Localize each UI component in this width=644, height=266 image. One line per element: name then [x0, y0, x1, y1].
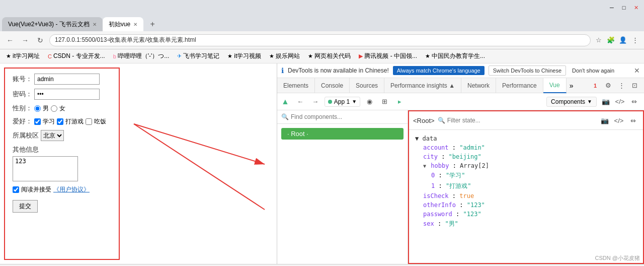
state-filter-input[interactable] [447, 117, 596, 124]
components-button[interactable]: Components ▼ [546, 97, 597, 107]
undock-icon[interactable]: ⊡ [629, 80, 640, 91]
tab-elements-label: Elements [283, 82, 308, 89]
minimize-button[interactable]: ─ [608, 4, 616, 12]
main-area: 账号： 密码： 性别： 男 女 爱好： 学习 打游戏 吃饭 所属校区 北京 [0, 63, 644, 264]
vue-grid-icon[interactable]: ⊞ [378, 96, 390, 108]
new-tab-button[interactable]: + [145, 17, 159, 31]
tab-initial-vue[interactable]: 初始vue ✕ [103, 17, 143, 31]
url-bar[interactable]: 127.0.0.1:5500/013-收集表单元素/收集表单元素.html [49, 34, 591, 46]
account-label: 账号： [13, 75, 32, 84]
tab-vue-docs[interactable]: Vue(Vue2+Vue3) - 飞书云文档 ✕ [2, 17, 103, 31]
components-chevron-icon: ▼ [587, 99, 592, 104]
gender-female-radio[interactable] [51, 105, 57, 112]
menu-icon[interactable]: ⋮ [630, 35, 640, 45]
bottom-bar: Console What's New × Issues [0, 264, 644, 266]
back-vue-button[interactable]: ← [294, 96, 306, 108]
more-tabs-button[interactable]: » [567, 82, 577, 90]
bookmark-it-video[interactable]: ★ it学习视频 [225, 51, 263, 61]
state-key-account: account [423, 144, 449, 151]
switch-devtools-button[interactable]: Switch DevTools to Chinese [489, 65, 566, 76]
password-row: 密码： [13, 89, 111, 100]
state-colon-password: : [456, 211, 463, 218]
settings-icon[interactable]: ⚙ [603, 80, 614, 91]
dont-show-again-button[interactable]: Don't show again [572, 68, 614, 74]
agreement-checkbox[interactable] [13, 186, 19, 193]
bookmark-feishu[interactable]: ✈ 飞书学习笔记 [175, 51, 221, 61]
vue-arrow-icon[interactable]: ▸ [393, 96, 406, 108]
extension-puzzle-icon[interactable]: 🧩 [606, 35, 616, 45]
bookmark-entertainment[interactable]: ★ 娱乐网站 [267, 51, 302, 61]
password-input[interactable] [34, 89, 100, 100]
more-options-icon[interactable]: ⋮ [616, 80, 627, 91]
gender-male-radio[interactable] [34, 105, 41, 112]
state-screenshot-icon[interactable]: 📷 [599, 114, 611, 126]
tab-initial-vue-label: 初始vue [109, 20, 130, 29]
state-code-icon[interactable]: </> [613, 114, 625, 126]
user-agreement-link[interactable]: 《用户协议》 [53, 185, 90, 194]
hobby-collapse-icon[interactable]: ▼ [423, 163, 426, 169]
bookmark-web-code[interactable]: ★ 网页相关代码 [306, 51, 353, 61]
hobby-study-checkbox[interactable] [34, 118, 41, 125]
hobby-game-checkbox[interactable] [57, 118, 63, 125]
tab-performance-insights[interactable]: Performance insights ▲ [384, 78, 461, 93]
state-colon-otherinfo: : [459, 202, 466, 209]
state-expand-icon[interactable]: ⇔ [627, 114, 639, 126]
component-search-input[interactable] [291, 113, 404, 120]
state-row-hobby-0: 0 : "学习" [415, 170, 637, 181]
search-box: 🔍 [277, 110, 408, 124]
app-dot-icon [328, 100, 332, 104]
maximize-button[interactable]: □ [620, 4, 628, 12]
close-button[interactable]: ✕ [632, 4, 640, 12]
devtools-tabs: Elements Console Sources Performance ins… [277, 78, 644, 93]
filter-search-icon: 🔍 [438, 117, 445, 124]
tab-performance[interactable]: Performance [496, 78, 543, 93]
notification-close-icon[interactable]: ✕ [634, 66, 640, 75]
reload-button[interactable]: ↻ [34, 34, 46, 46]
state-content: ▼ data account : "admin" city : "beijing… [409, 130, 643, 263]
bookmark-csdn[interactable]: C CSDN - 专业开发... [46, 51, 107, 61]
bookmark-bilibili[interactable]: b 哔哩哔哩（'-'）つ... [111, 51, 172, 61]
vue-nav-icon[interactable]: ◉ [363, 96, 375, 108]
app-chevron-icon: ▼ [352, 99, 357, 104]
tab-performance-insights-label: Performance insights ▲ [390, 82, 455, 89]
expand-icon[interactable]: ⇔ [628, 96, 640, 108]
forward-vue-button[interactable]: → [309, 96, 321, 108]
bookmark-education[interactable]: ★ 中国民办教育学生... [423, 51, 487, 61]
share-icon[interactable]: </> [614, 96, 626, 108]
tab-console[interactable]: Console [315, 78, 350, 93]
root-component-label: <Root> [413, 117, 435, 124]
url-text: 127.0.0.1:5500/013-收集表单元素/收集表单元素.html [55, 36, 196, 44]
tab-network[interactable]: Network [461, 78, 496, 93]
bookmark-tencent-video[interactable]: ▶ 腾讯视频 - 中国领... [357, 51, 419, 61]
back-button[interactable]: ← [4, 34, 16, 46]
tab-elements[interactable]: Elements [277, 78, 315, 93]
state-value-account: "admin" [459, 144, 485, 151]
tree-root-item[interactable]: · Root · [281, 128, 404, 140]
state-row-account: account : "admin" [415, 143, 637, 152]
nav-icons: ☆ 🧩 👤 ⋮ [594, 35, 640, 45]
devtools-panel: ℹ DevTools is now available in Chinese! … [277, 63, 644, 264]
app-indicator[interactable]: App 1 ▼ [325, 97, 360, 107]
screenshot-icon[interactable]: 📷 [600, 96, 612, 108]
bookmark-star-icon[interactable]: ☆ [594, 35, 604, 45]
title-bar: ─ □ ✕ [0, 0, 644, 15]
other-textarea[interactable]: 123 [13, 156, 78, 181]
hobby-eat-checkbox[interactable] [86, 118, 92, 125]
always-match-button[interactable]: Always match Chrome's language [393, 66, 485, 75]
state-value-sex: "男" [445, 220, 458, 227]
forward-button[interactable]: → [19, 34, 31, 46]
bookmark-feishu-label: 飞书学习笔记 [183, 52, 219, 60]
gender-male-label: 男 [43, 104, 49, 113]
profile-icon[interactable]: 👤 [618, 35, 628, 45]
bookmark-it-study[interactable]: ★ it学习网址 [4, 51, 42, 61]
bookmark-entertainment-label: 娱乐网站 [276, 52, 300, 60]
tab-vue[interactable]: Vue [543, 78, 567, 93]
bookmark-education-icon: ★ [425, 53, 430, 59]
account-input[interactable] [34, 74, 100, 85]
tab-vue-docs-close[interactable]: ✕ [93, 22, 97, 27]
school-select[interactable]: 北京 上海 [41, 130, 64, 141]
tab-sources[interactable]: Sources [350, 78, 384, 93]
state-colon-ischeck: : [452, 192, 459, 200]
submit-button[interactable]: 提交 [13, 200, 38, 213]
tab-initial-vue-close[interactable]: ✕ [133, 22, 137, 27]
